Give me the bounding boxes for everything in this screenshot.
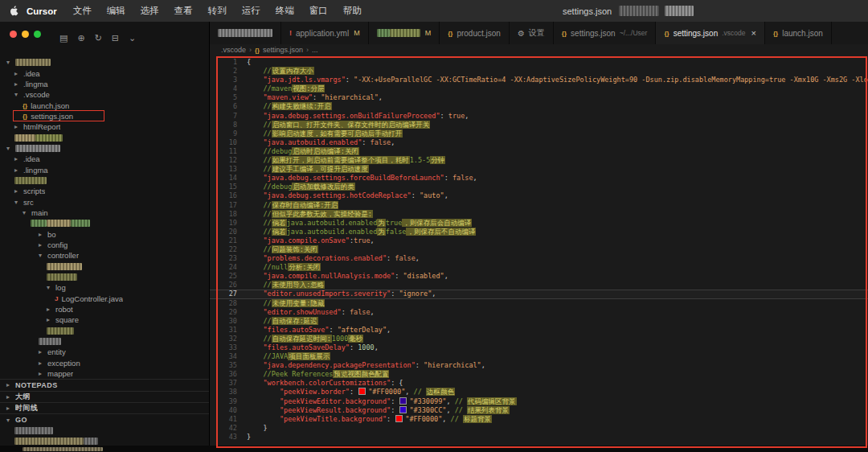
tree-item-main-folder[interactable]: ▾main <box>0 208 209 218</box>
code-line[interactable]: 37 "workbench.colorCustomizations": { <box>210 379 868 388</box>
menu-item-5[interactable]: 转到 <box>208 5 227 17</box>
code-line[interactable]: 28 //未使用变量:隐藏 <box>210 299 868 308</box>
code-line[interactable]: 42 } <box>210 424 868 433</box>
tree-item-redacted-row[interactable] <box>0 326 209 336</box>
app-name[interactable]: Cursor <box>27 6 57 16</box>
code-line[interactable]: 41 "peekViewTitle.background": "#FF0000"… <box>210 415 868 424</box>
code-editor[interactable]: 1{2 //设置内存大小3 "java.jdt.ls.vmargs": "-XX… <box>210 55 868 446</box>
close-window-button[interactable] <box>10 31 17 38</box>
menu-item-9[interactable]: 帮助 <box>343 5 362 17</box>
tree-item-redacted-row[interactable] <box>0 175 209 186</box>
menu-item-2[interactable]: 编辑 <box>107 5 125 17</box>
code-line[interactable]: 34 //JAVA项目面板展示 <box>210 352 868 361</box>
code-line[interactable]: 10 "java.autobuild.enabled": false, <box>210 138 868 147</box>
tree-item-redacted-row[interactable] <box>0 261 209 272</box>
tree-item-scripts-folder[interactable]: ▸scripts <box>0 186 209 196</box>
tree-item-lingma-folder[interactable]: ▸.lingma <box>0 79 209 89</box>
breadcrumb-item[interactable]: ... <box>312 46 318 54</box>
tab-redacted-1[interactable] <box>210 22 281 44</box>
tree-item-redacted-row[interactable] <box>0 425 209 436</box>
tab-product-json[interactable]: {}product.json <box>440 22 510 44</box>
code-line[interactable]: 24 //null分析:关闭 <box>210 263 868 272</box>
code-line[interactable]: 9 //影响启动速度，如有需要可启动后手动打开 <box>210 129 868 138</box>
code-line[interactable]: 18 //但似乎此参数无效，实操经验是: <box>210 210 868 219</box>
tree-item-vscode-folder[interactable]: ▾.vscode <box>0 89 209 100</box>
tree-item-log-folder[interactable]: ▾log <box>0 282 209 293</box>
tree-item-redacted-row[interactable] <box>0 436 209 446</box>
tree-item-redacted-row[interactable] <box>0 336 209 347</box>
menu-item-4[interactable]: 查看 <box>174 5 193 17</box>
tree-item-controller-folder[interactable]: ▾controller <box>0 250 209 261</box>
code-line[interactable]: 27 "editor.unusedImports.severity": "ign… <box>210 290 868 298</box>
code-line[interactable]: 17 //保存时自动编译:开启 <box>210 201 868 210</box>
tree-item-project-root-2[interactable]: ▾ <box>0 143 209 154</box>
tree-item-lingma-folder-2[interactable]: ▸.lingma <box>0 164 209 175</box>
code-line[interactable]: 35 "java.dependency.packagePresentation"… <box>210 361 868 370</box>
new-file-icon[interactable]: ⊕ <box>77 34 84 43</box>
code-line[interactable]: 3 "java.jdt.ls.vmargs": "-XX:+UseParalle… <box>210 76 868 84</box>
code-line[interactable]: 8 //启动窗口、打开文件夹、保存文件时的启动编译开关 <box>210 121 868 129</box>
tree-item-redacted-row[interactable] <box>0 132 209 142</box>
menu-item-1[interactable]: 文件 <box>73 5 92 17</box>
tree-item-outline-section[interactable]: ▸大纲 <box>0 391 209 402</box>
code-line[interactable]: 14 "java.debug.settings.forceBuildBefore… <box>210 174 868 183</box>
close-icon[interactable]: × <box>751 29 756 37</box>
code-line[interactable]: 39 "peekViewEditor.background": "#330099… <box>210 397 868 406</box>
tab-settings-json-user[interactable]: {}settings.json~/.../User <box>554 22 657 44</box>
tree-item-html-report-folder[interactable]: ▸htmlReport <box>0 121 209 132</box>
tree-item-robot-folder[interactable]: ▸robot <box>0 304 209 314</box>
menu-item-7[interactable]: 终端 <box>276 5 294 17</box>
tree-item-idea-folder-2[interactable]: ▸.idea <box>0 154 209 164</box>
code-line[interactable]: 38 "peekView.border": "#FF0000", // 边框颜色 <box>210 388 868 397</box>
tree-item-square-folder[interactable]: ▸square <box>0 314 209 325</box>
code-line[interactable]: 11 //debug启动时启动编译:关闭 <box>210 147 868 156</box>
menu-item-6[interactable]: 运行 <box>242 5 260 17</box>
tree-item-src-folder[interactable]: ▾src <box>0 196 209 207</box>
code-line[interactable]: 6 //构建失败继续:开启 <box>210 102 868 111</box>
tree-item-config-folder[interactable]: ▸config <box>0 240 209 250</box>
code-line[interactable]: 7 "java.debug.settings.onBuildFailurePro… <box>210 112 868 121</box>
code-line[interactable]: 21 "java.compile.onSave":true, <box>210 236 868 245</box>
tree-item-bo-folder[interactable]: ▸bo <box>0 229 209 240</box>
zoom-window-button[interactable] <box>34 31 41 38</box>
code-line[interactable]: 29 "editor.showUnused": false, <box>210 308 868 317</box>
tab-application-yml[interactable]: !application.ymlM <box>281 22 369 44</box>
tree-item-redacted-row[interactable] <box>0 218 209 228</box>
code-line[interactable]: 36 //Peek References预览视图颜色配置 <box>210 370 868 379</box>
code-line[interactable]: 20 //倘若java.autobuild.enabled为false，则保存后… <box>210 228 868 236</box>
code-line[interactable]: 26 //未使用导入:忽略 <box>210 281 868 290</box>
tree-item-idea-folder[interactable]: ▸.idea <box>0 68 209 78</box>
code-line[interactable]: 12 //如果打开，则启动前需要编译整个项目，耗时1.5-5分钟 <box>210 156 868 165</box>
tree-item-entity-folder[interactable]: ▸entity <box>0 347 209 357</box>
tab-settings-json-vscode[interactable]: {}settings.json.vscode× <box>656 22 765 44</box>
minimize-window-button[interactable] <box>22 31 29 38</box>
tree-item-project-root[interactable]: ▾ <box>0 57 209 68</box>
code-line[interactable]: 19 //倘若java.autobuild.enabled为true，则保存后会… <box>210 219 868 228</box>
code-line[interactable]: 43} <box>210 433 868 442</box>
tree-item-mapper-folder[interactable]: ▸mapper <box>0 368 209 379</box>
breadcrumb-item[interactable]: .vscode <box>221 46 246 54</box>
refresh-explorer-icon[interactable]: ↻ <box>95 34 102 43</box>
files-icon[interactable]: ▤ <box>59 34 68 43</box>
tree-item-log-controller-java-file[interactable]: JLogController.java <box>0 294 209 304</box>
code-line[interactable]: 30 //自动保存:延迟 <box>210 317 868 326</box>
apple-icon[interactable] <box>10 6 18 16</box>
code-line[interactable]: 32 //自动保存延迟时间:1000毫秒 <box>210 335 868 343</box>
code-line[interactable]: 2 //设置内存大小 <box>210 67 868 76</box>
tree-item-go-section[interactable]: ▾GO <box>0 413 209 425</box>
code-line[interactable]: 22 //问题装饰:关闭 <box>210 245 868 254</box>
tree-item-timeline-section[interactable]: ▸时间线 <box>0 402 209 413</box>
code-line[interactable]: 5 "maven.view": "hierarchical", <box>210 93 868 102</box>
chevron-down-icon[interactable]: ⌄ <box>129 34 136 43</box>
tree-item-exception-folder[interactable]: ▸exception <box>0 358 209 368</box>
code-line[interactable]: 40 "peekViewResult.background": "#3300CC… <box>210 406 868 415</box>
code-line[interactable]: 23 "problems.decorations.enabled": false… <box>210 254 868 263</box>
breadcrumb-item[interactable]: settings.json <box>263 46 303 54</box>
code-line[interactable]: 4 //maven视图:分层 <box>210 84 868 93</box>
tab-settings-ui[interactable]: ⚙设置 <box>510 22 554 44</box>
code-line[interactable]: 1{ <box>210 58 868 67</box>
menu-item-3[interactable]: 选择 <box>141 5 159 17</box>
tree-item-notepads-section[interactable]: ▸NOTEPADS <box>0 379 209 390</box>
code-line[interactable]: 13 //建议手工编译，可提升启动速度 <box>210 165 868 174</box>
tab-redacted-3[interactable]: M <box>369 22 440 44</box>
